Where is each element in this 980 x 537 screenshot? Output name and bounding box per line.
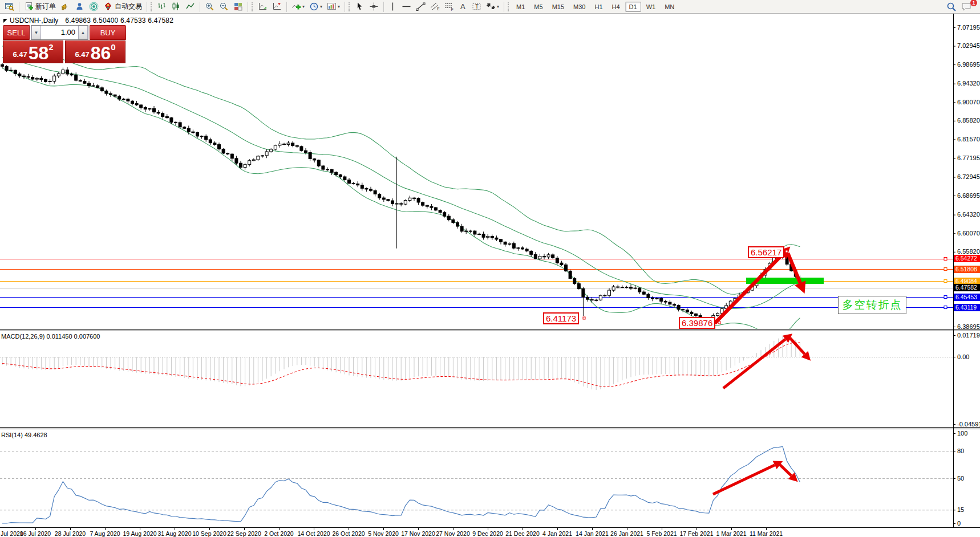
text-tool[interactable]: A: [456, 1, 469, 13]
low2-price-label[interactable]: 6.39876: [679, 317, 715, 329]
ohlc-values: 6.49863 6.50400 6.47533 6.47582: [65, 17, 173, 25]
date-label: 31 Aug 2020: [158, 530, 192, 537]
date-label: 5 Nov 2020: [368, 530, 399, 537]
chat-button[interactable]: 1: [959, 1, 974, 13]
axis-label: 15: [957, 506, 964, 513]
axis-label: 50: [957, 475, 964, 482]
date-label: 19 Aug 2020: [123, 530, 157, 537]
autotrading-label: 自动交易: [115, 2, 142, 11]
toolbar-separator: [383, 2, 384, 12]
date-label: 26 Oct 2020: [332, 530, 365, 537]
autotrading-button[interactable]: 自动交易: [101, 1, 144, 13]
volume-decrease-button[interactable]: ▼: [31, 26, 41, 39]
volume-input[interactable]: 1.00: [41, 26, 78, 39]
vertical-line-tool[interactable]: [386, 1, 399, 13]
low1-price-label[interactable]: 6.41173: [543, 312, 579, 324]
pivot-text-box[interactable]: 多空转折点: [838, 296, 906, 314]
timeframe-m15[interactable]: M15: [548, 2, 568, 12]
timeframe-d1[interactable]: D1: [625, 2, 641, 12]
ohlc-bars-icon: [157, 2, 167, 11]
horizontal-line-tool[interactable]: [399, 1, 414, 13]
cursor-tool-button[interactable]: [353, 1, 367, 13]
chart-shift-button[interactable]: [270, 1, 284, 13]
search-icon: [946, 2, 957, 12]
peak-price-label[interactable]: 6.56217: [748, 246, 784, 258]
date-label: 28 Jul 2020: [55, 530, 86, 537]
axis-label: 6.94320: [957, 80, 980, 87]
axis-label: 0.00: [957, 353, 969, 360]
level-price-chip: 6.45453: [954, 294, 980, 301]
date-label: 27 Nov 2020: [436, 530, 470, 537]
timeframe-m30[interactable]: M30: [569, 2, 589, 12]
date-label: 22 Sep 2020: [227, 530, 261, 537]
axis-label: 6.85820: [957, 117, 980, 124]
timeframe-w1[interactable]: W1: [642, 2, 660, 12]
community-button[interactable]: [72, 1, 87, 13]
alerts-button[interactable]: [58, 1, 72, 13]
symbol-timeframe: USDCNH-,Daily: [10, 17, 58, 25]
axis-label: 100: [957, 430, 967, 437]
equidistant-channel-tool[interactable]: E: [428, 1, 442, 13]
svg-text:A: A: [460, 2, 465, 11]
timeframe-h4[interactable]: H4: [608, 2, 624, 12]
candlestick-chart-button[interactable]: [169, 1, 183, 13]
fibonacci-tool[interactable]: F: [442, 1, 456, 13]
auto-scroll-button[interactable]: [256, 1, 270, 13]
svg-text:T: T: [475, 3, 479, 10]
arrows-icon: [486, 2, 496, 11]
macd-label: MACD(12,26,9) 0.011450 0.007600: [1, 333, 100, 340]
axis-label: 6.90070: [957, 99, 980, 105]
chart-canvas[interactable]: [0, 0, 980, 537]
buy-button[interactable]: BUY: [90, 25, 126, 40]
date-label: 5 Feb 2021: [646, 530, 677, 537]
trendline-tool[interactable]: [414, 1, 428, 13]
text-label-icon: T: [472, 2, 481, 11]
signals-button[interactable]: [87, 1, 101, 13]
search-button[interactable]: [944, 1, 959, 13]
timeframe-h1[interactable]: H1: [590, 2, 606, 12]
vertical-line-icon: [388, 2, 397, 11]
line-chart-button[interactable]: [183, 1, 197, 13]
date-label: 16 Jul 2020: [20, 530, 51, 537]
timeframe-mn[interactable]: MN: [661, 2, 678, 12]
signal-icon: [89, 2, 99, 11]
axis-label: 6.38695: [957, 323, 980, 330]
date-label: 21 Dec 2020: [505, 530, 540, 537]
date-label: 2 Oct 2020: [264, 530, 293, 537]
bar-chart-button[interactable]: [155, 1, 169, 13]
axis-label: 6.72945: [957, 173, 980, 180]
zoom-out-button[interactable]: [217, 1, 231, 13]
date-label: 17 Feb 2021: [680, 530, 714, 537]
toolbar-separator: [19, 2, 19, 12]
svg-text:F: F: [451, 7, 453, 11]
periods-button[interactable]: ▾: [307, 1, 325, 13]
sell-button[interactable]: SELL: [3, 25, 30, 40]
buy-price-display[interactable]: 6.47 86 0: [65, 40, 125, 63]
timeframe-m1[interactable]: M1: [512, 2, 529, 12]
tile-windows-button[interactable]: [231, 1, 245, 13]
new-order-button[interactable]: 新订单: [22, 1, 58, 13]
volume-stepper: ▼ 1.00 ▲: [31, 25, 88, 40]
toolbar-separator: [504, 2, 504, 12]
timeframe-m5[interactable]: M5: [530, 2, 546, 12]
axis-label: 7.07195: [957, 24, 980, 31]
autotrading-icon: [103, 2, 113, 11]
crosshair-tool-button[interactable]: [367, 1, 381, 13]
volume-increase-button[interactable]: ▲: [78, 26, 88, 39]
arrows-tool[interactable]: ▾: [484, 1, 501, 13]
date-label: 14 Oct 2020: [297, 530, 330, 537]
candlestick-icon: [171, 2, 181, 11]
sell-price-display[interactable]: 6.47 58 2: [3, 40, 63, 63]
market-watch-button[interactable]: [2, 1, 17, 13]
axis-label: 6.64320: [957, 211, 980, 218]
macd-pane: [0, 336, 953, 390]
channel-icon: E: [430, 2, 440, 11]
zoom-in-button[interactable]: [203, 1, 217, 13]
indicators-button[interactable]: ▾: [289, 1, 307, 13]
templates-button[interactable]: ▾: [325, 1, 342, 13]
toolbar-grip: [349, 2, 350, 11]
sell-price-base: 6.47: [13, 50, 27, 59]
mt4-window: 新订单 自动交易: [0, 0, 980, 537]
date-label: 7 Aug 2020: [90, 530, 120, 537]
text-label-tool[interactable]: T: [469, 1, 484, 13]
